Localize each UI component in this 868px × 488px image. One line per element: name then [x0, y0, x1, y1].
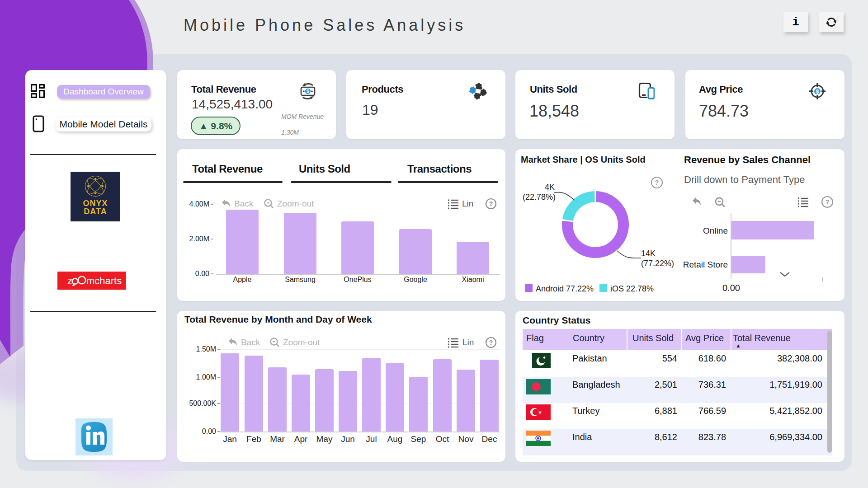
svg-text:mcharts: mcharts [86, 275, 122, 286]
svg-text:z: z [67, 275, 72, 286]
svg-text:?: ? [655, 179, 659, 186]
svg-text:?: ? [489, 200, 493, 207]
svg-text:?: ? [825, 198, 829, 206]
svg-text:$: $ [307, 89, 309, 94]
svg-text:$: $ [816, 89, 819, 95]
svg-text:?: ? [489, 339, 493, 346]
svg-text:ONYX: ONYX [83, 199, 108, 208]
svg-text:DATA: DATA [84, 207, 107, 216]
